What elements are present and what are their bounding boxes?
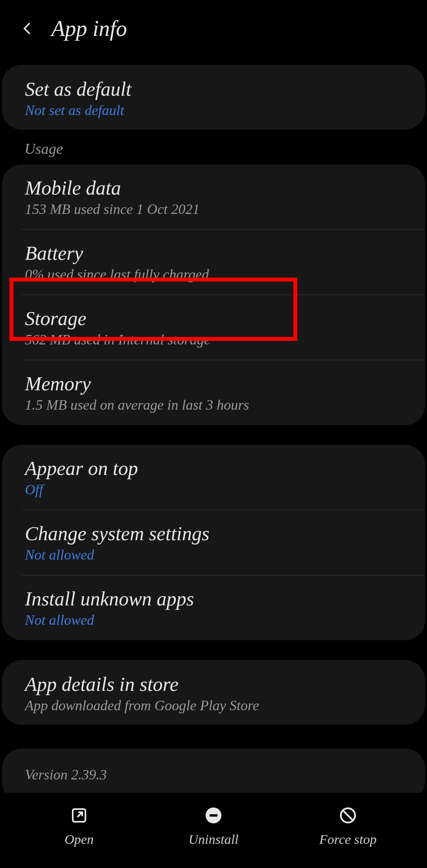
mobile-data-sub: 153 MB used since 1 Oct 2021 [25, 201, 402, 217]
memory-title: Memory [25, 372, 402, 395]
install-unknown-sub: Not allowed [25, 612, 402, 628]
open-button[interactable]: Open [13, 806, 146, 847]
section-usage-label: Usage [0, 130, 427, 165]
back-icon[interactable] [20, 21, 36, 36]
force-stop-button[interactable]: Force stop [282, 806, 415, 847]
row-memory[interactable]: Memory 1.5 MB used on average in last 3 … [2, 360, 425, 425]
change-system-title: Change system settings [25, 522, 402, 545]
row-install-unknown-apps[interactable]: Install unknown apps Not allowed [2, 575, 425, 640]
bottom-action-bar: Open Uninstall Force stop [0, 793, 427, 868]
force-stop-icon [338, 806, 357, 825]
storage-sub: 562 MB used in Internal storage [25, 331, 402, 348]
card-usage: Mobile data 153 MB used since 1 Oct 2021… [2, 165, 425, 425]
set-as-default-title: Set as default [25, 78, 402, 100]
svg-rect-2 [210, 814, 217, 817]
uninstall-button[interactable]: Uninstall [147, 806, 280, 847]
memory-sub: 1.5 MB used on average in last 3 hours [25, 397, 402, 413]
version-text: Version 2.39.3 [25, 766, 402, 783]
card-advanced: Appear on top Off Change system settings… [2, 445, 425, 640]
page-title: App info [51, 16, 127, 41]
svg-line-4 [343, 811, 353, 820]
row-mobile-data[interactable]: Mobile data 153 MB used since 1 Oct 2021 [2, 165, 425, 229]
appear-on-top-title: Appear on top [25, 457, 402, 480]
row-storage[interactable]: Storage 562 MB used in Internal storage [2, 295, 425, 360]
store-title: App details in store [25, 673, 402, 696]
uninstall-label: Uninstall [189, 832, 239, 847]
appear-on-top-sub: Off [25, 481, 402, 498]
set-as-default-sub: Not set as default [25, 102, 402, 119]
force-stop-label: Force stop [319, 832, 376, 847]
open-icon [70, 806, 89, 825]
storage-title: Storage [25, 307, 402, 330]
mobile-data-title: Mobile data [25, 176, 402, 199]
row-appear-on-top[interactable]: Appear on top Off [2, 445, 425, 510]
store-sub: App downloaded from Google Play Store [25, 697, 402, 714]
row-app-details-in-store[interactable]: App details in store App downloaded from… [2, 660, 425, 725]
row-change-system-settings[interactable]: Change system settings Not allowed [2, 510, 425, 575]
install-unknown-title: Install unknown apps [25, 587, 402, 610]
change-system-sub: Not allowed [25, 547, 402, 563]
battery-sub: 0% used since last fully charged [25, 266, 402, 283]
battery-title: Battery [25, 242, 402, 265]
header: App info [0, 0, 427, 53]
open-label: Open [64, 832, 94, 847]
row-set-as-default[interactable]: Set as default Not set as default [2, 65, 425, 130]
uninstall-icon [204, 806, 223, 825]
row-battery[interactable]: Battery 0% used since last fully charged [2, 230, 425, 295]
